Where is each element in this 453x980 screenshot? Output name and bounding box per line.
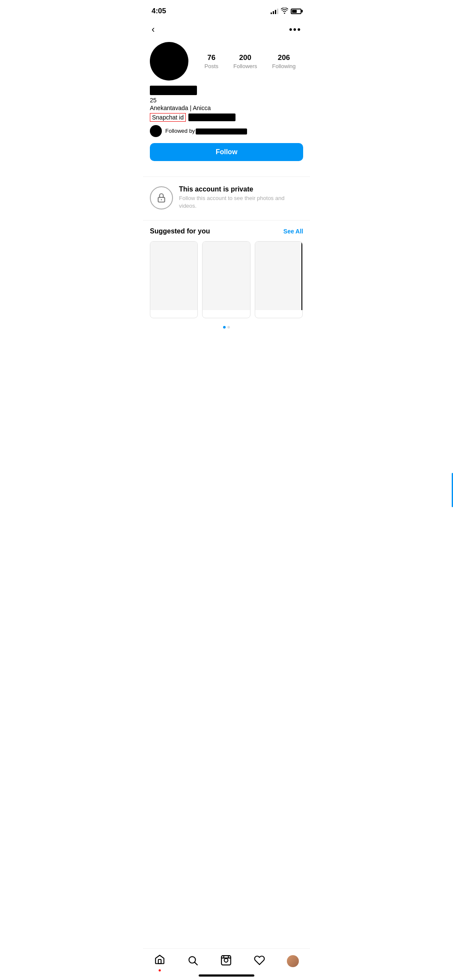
snapchat-line: Snapchat id xyxy=(150,113,303,122)
suggested-section: Suggested for you See All xyxy=(143,221,310,322)
suggested-card-1[interactable] xyxy=(150,241,198,318)
snapchat-id-redacted xyxy=(188,114,235,121)
see-all-button[interactable]: See All xyxy=(283,228,303,235)
posts-count: 76 xyxy=(207,54,215,62)
followed-by: Followed by xyxy=(150,125,303,137)
suggested-card-3[interactable] xyxy=(255,241,303,318)
private-account-title: This account is private xyxy=(179,185,303,193)
suggested-cards xyxy=(150,241,303,318)
following-count: 206 xyxy=(278,54,290,62)
status-bar: 4:05 xyxy=(143,0,310,19)
followers-stat[interactable]: 200 Followers xyxy=(233,54,257,69)
avatar[interactable] xyxy=(150,42,188,81)
lock-icon xyxy=(156,192,167,203)
scroll-dot-2 xyxy=(227,326,230,329)
bio-text: Anekantavada | Anicca xyxy=(150,105,303,111)
scroll-indicator xyxy=(143,322,310,333)
profile-section: 76 Posts 200 Followers 206 Following 25 … xyxy=(143,42,310,176)
private-account-subtitle: Follow this account to see their photos … xyxy=(179,194,303,210)
svg-point-1 xyxy=(161,199,162,200)
status-icons xyxy=(271,8,301,15)
suggested-card-2[interactable] xyxy=(202,241,250,318)
follower-name-redacted xyxy=(196,128,247,134)
top-nav: ‹ ••• xyxy=(143,19,310,42)
stats-row: 76 Posts 200 Followers 206 Following xyxy=(197,54,303,69)
snapchat-label: Snapchat id xyxy=(150,113,186,122)
followers-count: 200 xyxy=(239,54,251,62)
back-button[interactable]: ‹ xyxy=(150,22,156,37)
followed-by-text: Followed by xyxy=(165,128,247,134)
private-account-section: This account is private Follow this acco… xyxy=(143,176,310,221)
posts-label: Posts xyxy=(204,63,218,69)
profile-header: 76 Posts 200 Followers 206 Following xyxy=(150,42,303,81)
followers-label: Followers xyxy=(233,63,257,69)
username-block: 25 Anekantavada | Anicca Snapchat id Fol… xyxy=(150,86,303,137)
private-account-text: This account is private Follow this acco… xyxy=(179,185,303,210)
scroll-dot-active xyxy=(223,326,226,329)
following-stat[interactable]: 206 Following xyxy=(272,54,296,69)
follow-button[interactable]: Follow xyxy=(150,143,303,161)
age-text: 25 xyxy=(150,97,303,104)
suggested-title: Suggested for you xyxy=(150,227,210,235)
battery-icon xyxy=(291,9,301,14)
following-label: Following xyxy=(272,63,296,69)
follower-mini-avatar xyxy=(150,125,162,137)
signal-icon xyxy=(271,8,278,14)
posts-stat[interactable]: 76 Posts xyxy=(204,54,218,69)
lock-circle xyxy=(150,186,173,209)
more-options-button[interactable]: ••• xyxy=(287,22,303,37)
status-time: 4:05 xyxy=(152,7,166,15)
username-redacted xyxy=(150,86,197,95)
wifi-icon xyxy=(281,8,288,15)
suggested-header: Suggested for you See All xyxy=(150,227,303,235)
